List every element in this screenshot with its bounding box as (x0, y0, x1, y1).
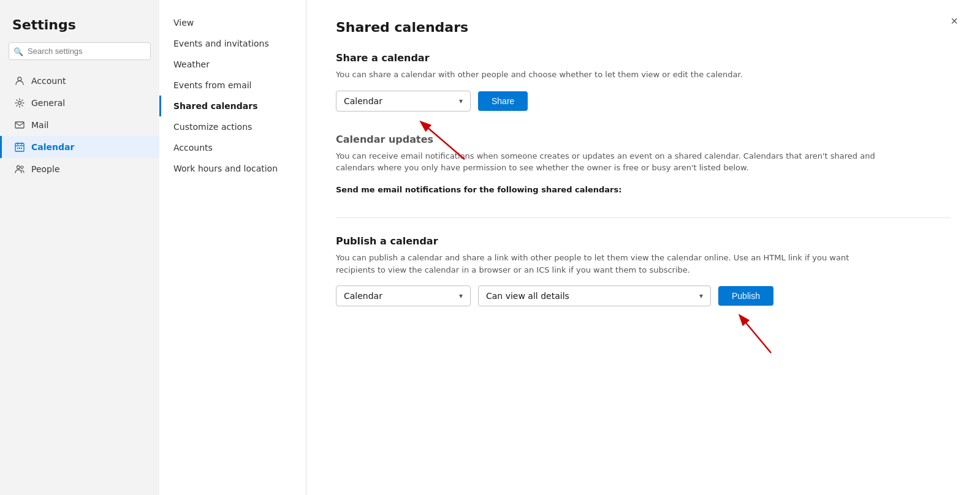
svg-rect-2 (15, 122, 24, 128)
calendar-icon (14, 142, 25, 153)
sidebar-item-calendar-label: Calendar (31, 142, 74, 152)
publish-controls: Calendar ▾ Can view all details ▾ Publis… (336, 285, 951, 306)
section-divider (336, 217, 951, 218)
share-calendar-value: Calendar (344, 96, 382, 106)
publish-permission-value: Can view all details (486, 291, 569, 301)
middle-nav-shared-calendars[interactable]: Shared calendars (159, 96, 306, 116)
sidebar-item-general-label: General (31, 98, 65, 108)
settings-title: Settings (0, 12, 159, 42)
svg-rect-6 (21, 148, 22, 149)
publish-section: Publish a calendar You can publish a cal… (336, 235, 951, 306)
share-calendar-dropdown[interactable]: Calendar ▾ (336, 91, 471, 111)
middle-nav-customize-actions[interactable]: Customize actions (159, 116, 306, 137)
chevron-down-icon: ▾ (459, 97, 463, 105)
svg-rect-5 (19, 148, 20, 149)
svg-point-1 (18, 102, 21, 105)
svg-rect-4 (17, 148, 18, 149)
annotation-arrow-publish (734, 310, 796, 359)
middle-panel: View Events and invitations Weather Even… (159, 0, 306, 495)
share-section-title: Share a calendar (336, 52, 951, 64)
publish-button[interactable]: Publish (718, 286, 773, 306)
search-box[interactable]: 🔍 (9, 42, 151, 60)
sidebar-item-account-label: Account (31, 76, 66, 86)
svg-line-12 (740, 316, 771, 353)
svg-point-0 (18, 77, 21, 81)
calendar-updates-title: Calendar updates (336, 134, 951, 145)
person-icon (14, 75, 25, 86)
middle-nav-weather[interactable]: Weather (159, 54, 306, 75)
sidebar-item-general[interactable]: General (0, 92, 159, 114)
publish-section-title: Publish a calendar (336, 235, 951, 247)
search-input[interactable] (9, 42, 151, 60)
publish-permission-dropdown[interactable]: Can view all details ▾ (478, 285, 711, 306)
middle-nav-events-from-email[interactable]: Events from email (159, 75, 306, 96)
sidebar-item-people[interactable]: People (0, 158, 159, 180)
publish-calendar-value: Calendar (344, 291, 382, 301)
svg-point-7 (17, 166, 20, 169)
middle-nav-view[interactable]: View (159, 12, 306, 33)
middle-nav-accounts[interactable]: Accounts (159, 137, 306, 158)
svg-point-8 (21, 166, 23, 168)
sidebar-item-calendar[interactable]: Calendar (0, 136, 159, 158)
middle-nav-events-invitations[interactable]: Events and invitations (159, 33, 306, 54)
search-icon: 🔍 (13, 47, 23, 56)
share-section: Share a calendar You can share a calenda… (336, 52, 951, 111)
page-title: Shared calendars (336, 20, 951, 35)
sidebar-item-account[interactable]: Account (0, 70, 159, 92)
send-me-text: Send me email notifications for the foll… (336, 184, 887, 196)
gear-icon (14, 97, 25, 108)
sidebar-item-mail-label: Mail (31, 120, 48, 130)
middle-nav-work-hours[interactable]: Work hours and location (159, 158, 306, 179)
publish-calendar-dropdown[interactable]: Calendar ▾ (336, 285, 471, 306)
share-section-desc: You can share a calendar with other peop… (336, 69, 887, 81)
share-controls: Calendar ▾ Share (336, 91, 951, 111)
svg-rect-3 (15, 143, 24, 151)
close-button[interactable]: × (946, 12, 963, 29)
sidebar-item-people-label: People (31, 164, 60, 174)
people-icon (14, 164, 25, 175)
main-content: × Shared calendars Share a calendar You … (306, 0, 980, 495)
chevron-down-icon-3: ▾ (699, 292, 703, 300)
publish-section-desc: You can publish a calendar and share a l… (336, 252, 887, 276)
calendar-updates-section: Calendar updates You can receive email n… (336, 134, 951, 196)
chevron-down-icon-2: ▾ (459, 292, 463, 300)
calendar-updates-desc: You can receive email notifications when… (336, 150, 887, 174)
mail-icon (14, 119, 25, 130)
share-button[interactable]: Share (478, 91, 528, 111)
sidebar-item-mail[interactable]: Mail (0, 114, 159, 136)
sidebar: Settings 🔍 Account General M (0, 0, 159, 495)
